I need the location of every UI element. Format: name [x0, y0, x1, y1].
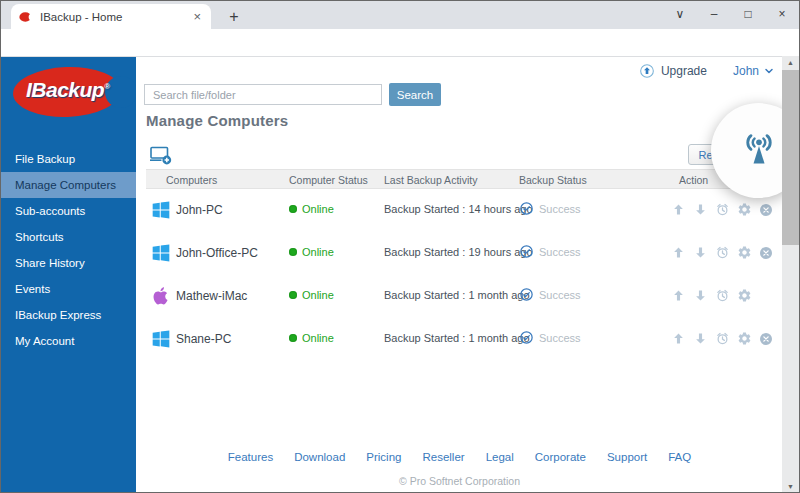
scheduler-clock-icon[interactable] — [715, 288, 730, 303]
window-maximize-icon[interactable]: □ — [739, 7, 757, 21]
windows-icon — [151, 200, 171, 220]
sidebar-item-share-history[interactable]: Share History — [1, 250, 136, 276]
logo-bite — [105, 76, 137, 108]
chevron-down-icon — [763, 65, 775, 77]
footer-link-support[interactable]: Support — [607, 451, 647, 463]
table-row: Shane-PC Online Backup Started : 1 month… — [146, 318, 771, 361]
window-dropdown-icon[interactable]: ∨ — [671, 7, 689, 21]
upload-icon[interactable] — [671, 331, 686, 346]
scheduler-clock-icon[interactable] — [715, 331, 730, 346]
footer-link-reseller[interactable]: Reseller — [422, 451, 464, 463]
sidebar: IBackup® File Backup Manage Computers Su… — [1, 57, 136, 493]
search-bar: Search — [144, 83, 441, 106]
column-backup-status: Backup Status — [519, 170, 587, 190]
footer-link-corporate[interactable]: Corporate — [535, 451, 586, 463]
download-icon[interactable] — [693, 245, 708, 260]
sidebar-item-file-backup[interactable]: File Backup — [1, 146, 136, 172]
sidebar-item-shortcuts[interactable]: Shortcuts — [1, 224, 136, 250]
settings-gear-icon[interactable] — [737, 331, 752, 346]
main-content: Upgrade John Search Manage Computers Ref… — [136, 57, 783, 493]
settings-gear-icon[interactable] — [737, 245, 752, 260]
download-icon[interactable] — [693, 202, 708, 217]
ibackup-favicon — [19, 10, 33, 24]
upload-icon[interactable] — [671, 288, 686, 303]
success-check-icon — [519, 330, 534, 345]
footer-link-download[interactable]: Download — [294, 451, 345, 463]
scrollbar-up-arrow-icon[interactable]: ▲ — [782, 56, 799, 70]
upgrade-arrow-icon — [639, 63, 655, 79]
vertical-scrollbar[interactable]: ▲ ▼ — [782, 56, 799, 493]
sidebar-item-sub-accounts[interactable]: Sub-accounts — [1, 198, 136, 224]
column-last-backup-activity: Last Backup Activity — [384, 170, 477, 190]
remove-computer-icon[interactable] — [758, 202, 774, 218]
remove-computer-icon[interactable] — [758, 331, 774, 347]
new-tab-button[interactable]: + — [223, 6, 245, 28]
search-button[interactable]: Search — [389, 83, 441, 106]
computer-name: Mathew-iMac — [176, 289, 247, 303]
sidebar-nav: File Backup Manage Computers Sub-account… — [1, 146, 136, 354]
scrollbar-thumb[interactable] — [782, 70, 799, 245]
add-computer-icon[interactable] — [149, 143, 173, 167]
backup-status: Success — [539, 332, 581, 344]
antenna-broadcast-icon — [739, 131, 779, 171]
footer-link-faq[interactable]: FAQ — [668, 451, 691, 463]
column-action: Action — [679, 170, 708, 190]
table-header: Computers Computer Status Last Backup Ac… — [146, 169, 771, 189]
computer-name: John-Office-PC — [176, 246, 258, 260]
window-close-icon[interactable]: × — [773, 7, 791, 21]
table-row: Mathew-iMac Online Backup Started : 1 mo… — [146, 275, 771, 318]
column-computer-status: Computer Status — [289, 170, 368, 190]
settings-gear-icon[interactable] — [737, 202, 752, 217]
sidebar-item-manage-computers[interactable]: Manage Computers — [1, 172, 136, 198]
scheduler-clock-icon[interactable] — [715, 245, 730, 260]
online-dot — [289, 205, 297, 213]
settings-gear-icon[interactable] — [737, 288, 752, 303]
footer-link-features[interactable]: Features — [228, 451, 273, 463]
footer-link-legal[interactable]: Legal — [486, 451, 514, 463]
success-check-icon — [519, 201, 534, 216]
last-backup-activity: Backup Started : 19 hours ago — [384, 246, 533, 258]
tab-close-icon[interactable]: × — [191, 9, 203, 24]
last-backup-activity: Backup Started : 1 month ago — [384, 332, 530, 344]
account-bar: Upgrade John — [639, 63, 775, 79]
computers-card: Refresh Computers Computer Status Last B… — [146, 141, 771, 361]
online-dot — [289, 334, 297, 342]
last-backup-activity: Backup Started : 1 month ago — [384, 289, 530, 301]
download-icon[interactable] — [693, 331, 708, 346]
upload-icon[interactable] — [671, 202, 686, 217]
computer-status: Online — [302, 246, 334, 258]
browser-tab[interactable]: IBackup - Home × — [11, 4, 211, 29]
download-icon[interactable] — [693, 288, 708, 303]
sidebar-item-my-account[interactable]: My Account — [1, 328, 136, 354]
browser-toolbar: www5.ibackup.com/newibackup/home/ J — [1, 29, 799, 57]
upload-icon[interactable] — [671, 245, 686, 260]
page-title: Manage Computers — [146, 112, 288, 129]
backup-status: Success — [539, 289, 581, 301]
windows-icon — [151, 243, 171, 263]
upgrade-label: Upgrade — [661, 64, 707, 78]
upgrade-button[interactable]: Upgrade — [639, 63, 707, 79]
footer-links: Features Download Pricing Reseller Legal… — [136, 451, 783, 463]
computer-status: Online — [302, 203, 334, 215]
logo-text: IBackup® — [26, 78, 110, 102]
footer-link-pricing[interactable]: Pricing — [366, 451, 401, 463]
scheduler-clock-icon[interactable] — [715, 202, 730, 217]
window-minimize-icon[interactable]: – — [705, 7, 723, 21]
user-menu[interactable]: John — [733, 64, 775, 78]
windows-icon — [151, 329, 171, 349]
computer-name: John-PC — [176, 203, 223, 217]
last-backup-activity: Backup Started : 14 hours ago — [384, 203, 533, 215]
tab-title: IBackup - Home — [40, 11, 191, 23]
ibackup-logo[interactable]: IBackup® — [13, 65, 123, 121]
copyright-text: © Pro Softnet Corporation — [136, 475, 783, 487]
computer-name: Shane-PC — [176, 332, 231, 346]
column-computers: Computers — [166, 170, 217, 190]
search-input[interactable] — [144, 84, 382, 105]
sidebar-item-events[interactable]: Events — [1, 276, 136, 302]
user-name: John — [733, 64, 759, 78]
table-row: John-PC Online Backup Started : 14 hours… — [146, 189, 771, 232]
scrollbar-down-arrow-icon[interactable]: ▼ — [782, 480, 799, 493]
remove-computer-icon[interactable] — [758, 245, 774, 261]
sidebar-item-ibackup-express[interactable]: IBackup Express — [1, 302, 136, 328]
table-row: John-Office-PC Online Backup Started : 1… — [146, 232, 771, 275]
